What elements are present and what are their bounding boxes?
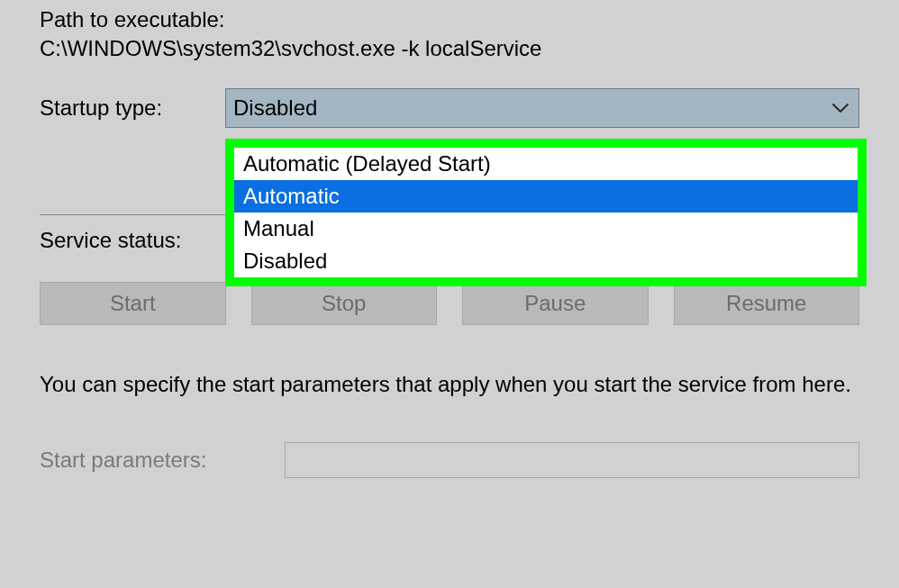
startup-type-dropdown[interactable]: Automatic (Delayed Start) Automatic Manu… (234, 148, 858, 277)
service-status-label: Service status: (40, 228, 225, 253)
chevron-down-icon (831, 103, 849, 113)
pause-button[interactable]: Pause (462, 282, 649, 325)
startup-type-dropdown-highlight: Automatic (Delayed Start) Automatic Manu… (225, 139, 867, 286)
startup-option-manual[interactable]: Manual (234, 213, 858, 245)
startup-type-combo[interactable]: Disabled (225, 88, 859, 128)
startup-type-selected: Disabled (233, 95, 317, 121)
start-parameters-label: Start parameters: (40, 448, 285, 473)
start-parameters-input[interactable] (285, 442, 859, 478)
path-to-executable-label: Path to executable: (40, 7, 859, 32)
start-button-label: Start (110, 291, 156, 316)
resume-button[interactable]: Resume (674, 282, 860, 325)
startup-type-label: Startup type: (40, 95, 225, 121)
startup-option-automatic-delayed[interactable]: Automatic (Delayed Start) (234, 148, 858, 180)
stop-button[interactable]: Stop (251, 282, 438, 325)
resume-button-label: Resume (726, 291, 806, 316)
stop-button-label: Stop (322, 291, 366, 316)
start-parameters-help: You can specify the start parameters tha… (40, 370, 859, 399)
startup-option-disabled[interactable]: Disabled (234, 245, 858, 277)
path-to-executable-value: C:\WINDOWS\system32\svchost.exe -k local… (40, 36, 859, 61)
service-properties-panel: Path to executable: C:\WINDOWS\system32\… (0, 0, 899, 588)
pause-button-label: Pause (524, 291, 586, 316)
startup-option-automatic[interactable]: Automatic (234, 180, 858, 213)
start-button[interactable]: Start (40, 282, 226, 325)
